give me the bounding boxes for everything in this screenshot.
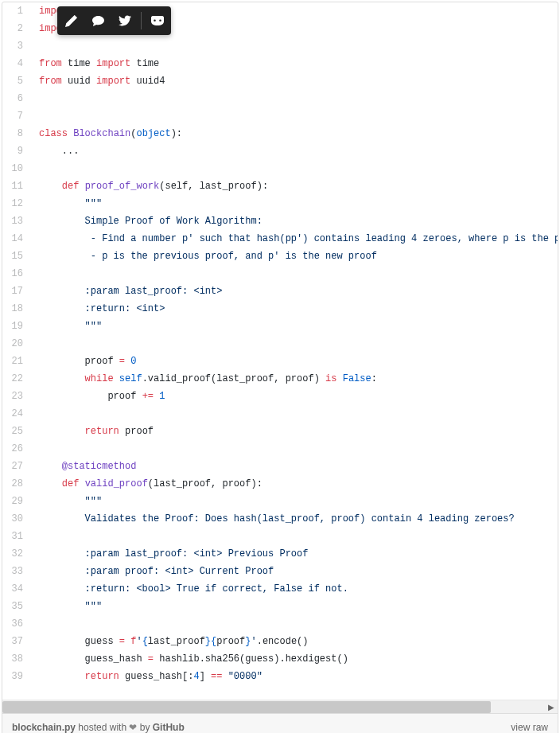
line-number[interactable]: 3: [2, 37, 31, 55]
line-number[interactable]: 19: [2, 318, 31, 335]
line-content[interactable]: :param last_proof: <int> Previous Proof: [31, 545, 558, 563]
line-content[interactable]: :return: <bool> True if correct, False i…: [31, 580, 558, 598]
code-line: 5from uuid import uuid4: [2, 72, 558, 90]
line-content[interactable]: - p is the previous proof, and p' is the…: [31, 248, 558, 265]
line-number[interactable]: 20: [2, 335, 31, 353]
line-number[interactable]: 30: [2, 510, 31, 528]
line-content[interactable]: """: [31, 318, 558, 335]
line-content[interactable]: [31, 107, 558, 125]
line-content[interactable]: :param proof: <int> Current Proof: [31, 563, 558, 580]
line-content[interactable]: proof = 0: [31, 353, 558, 370]
line-number[interactable]: 11: [2, 177, 31, 195]
line-content[interactable]: from uuid import uuid4: [31, 72, 558, 90]
line-content[interactable]: guess = f'{last_proof}{proof}'.encode(): [31, 633, 558, 650]
line-content[interactable]: """: [31, 598, 558, 615]
line-content[interactable]: [31, 528, 558, 545]
line-content[interactable]: [31, 335, 558, 353]
line-content[interactable]: def valid_proof(last_proof, proof):: [31, 475, 558, 493]
line-number[interactable]: 33: [2, 563, 31, 580]
twitter-icon[interactable]: [111, 6, 138, 35]
line-content[interactable]: return proof: [31, 423, 558, 440]
line-number[interactable]: 28: [2, 475, 31, 493]
line-number[interactable]: 10: [2, 160, 31, 177]
line-number[interactable]: 27: [2, 458, 31, 475]
line-content[interactable]: [31, 160, 558, 177]
line-content[interactable]: [31, 90, 558, 107]
line-number[interactable]: 25: [2, 423, 31, 440]
line-number[interactable]: 16: [2, 265, 31, 283]
line-content[interactable]: from time import time: [31, 55, 558, 72]
line-number[interactable]: 14: [2, 230, 31, 248]
line-content[interactable]: [31, 615, 558, 633]
line-number[interactable]: 38: [2, 650, 31, 668]
code-line: 14 - Find a number p' such that hash(pp'…: [2, 230, 558, 248]
horizontal-scrollbar[interactable]: ▶: [2, 700, 558, 713]
code-line: 10: [2, 160, 558, 177]
code-line: 17 :param last_proof: <int>: [2, 283, 558, 300]
line-number[interactable]: 23: [2, 388, 31, 405]
view-raw-link[interactable]: view raw: [511, 722, 548, 733]
line-number[interactable]: 2: [2, 20, 31, 37]
line-number[interactable]: 9: [2, 142, 31, 160]
line-number[interactable]: 5: [2, 72, 31, 90]
line-number[interactable]: 21: [2, 353, 31, 370]
code-line: 20: [2, 335, 558, 353]
github-link[interactable]: GitHub: [153, 722, 185, 733]
line-content[interactable]: return guess_hash[:4] == "0000": [31, 668, 558, 685]
line-number[interactable]: 34: [2, 580, 31, 598]
line-number[interactable]: 22: [2, 370, 31, 388]
line-content[interactable]: [31, 265, 558, 283]
line-content[interactable]: :param last_proof: <int>: [31, 283, 558, 300]
line-number[interactable]: 13: [2, 212, 31, 230]
line-number[interactable]: 39: [2, 668, 31, 685]
code-line: 16: [2, 265, 558, 283]
line-number[interactable]: 26: [2, 440, 31, 458]
line-content[interactable]: [31, 405, 558, 423]
pencil-icon[interactable]: [57, 6, 84, 35]
line-number[interactable]: 18: [2, 300, 31, 318]
code-scroll-area[interactable]: 1import hashlib2import json3 4from time …: [2, 2, 558, 700]
line-content[interactable]: """: [31, 195, 558, 212]
line-content[interactable]: [31, 440, 558, 458]
line-number[interactable]: 1: [2, 2, 31, 20]
scroll-right-arrow[interactable]: ▶: [544, 700, 558, 714]
line-number[interactable]: 24: [2, 405, 31, 423]
line-number[interactable]: 17: [2, 283, 31, 300]
line-content[interactable]: """: [31, 493, 558, 510]
comment-icon[interactable]: [84, 6, 111, 35]
code-line: 4from time import time: [2, 55, 558, 72]
line-content[interactable]: :return: <int>: [31, 300, 558, 318]
line-number[interactable]: 31: [2, 528, 31, 545]
line-content[interactable]: class Blockchain(object):: [31, 125, 558, 142]
code-line: 34 :return: <bool> True if correct, Fals…: [2, 580, 558, 598]
line-number[interactable]: 32: [2, 545, 31, 563]
line-number[interactable]: 12: [2, 195, 31, 212]
line-number[interactable]: 4: [2, 55, 31, 72]
line-content[interactable]: - Find a number p' such that hash(pp') c…: [31, 230, 558, 248]
code-line: 33 :param proof: <int> Current Proof: [2, 563, 558, 580]
line-number[interactable]: 37: [2, 633, 31, 650]
filename-link[interactable]: blockchain.py: [12, 722, 76, 733]
line-content[interactable]: while self.valid_proof(last_proof, proof…: [31, 370, 558, 388]
code-line: 12 """: [2, 195, 558, 212]
code-line: 18 :return: <int>: [2, 300, 558, 318]
line-number[interactable]: 36: [2, 615, 31, 633]
line-number[interactable]: 7: [2, 107, 31, 125]
line-content[interactable]: proof += 1: [31, 388, 558, 405]
line-content[interactable]: Validates the Proof: Does hash(last_proo…: [31, 510, 558, 528]
line-content[interactable]: guess_hash = hashlib.sha256(guess).hexdi…: [31, 650, 558, 668]
line-content[interactable]: Simple Proof of Work Algorithm:: [31, 212, 558, 230]
line-number[interactable]: 8: [2, 125, 31, 142]
mask-icon[interactable]: [144, 6, 171, 35]
toolbar-separator: [141, 12, 142, 29]
line-content[interactable]: def proof_of_work(self, last_proof):: [31, 177, 558, 195]
line-number[interactable]: 29: [2, 493, 31, 510]
line-content[interactable]: [31, 37, 558, 55]
line-number[interactable]: 15: [2, 248, 31, 265]
code-line: 11 def proof_of_work(self, last_proof):: [2, 177, 558, 195]
line-number[interactable]: 6: [2, 90, 31, 107]
scrollbar-thumb[interactable]: [2, 701, 491, 713]
line-content[interactable]: ...: [31, 142, 558, 160]
line-number[interactable]: 35: [2, 598, 31, 615]
line-content[interactable]: @staticmethod: [31, 458, 558, 475]
